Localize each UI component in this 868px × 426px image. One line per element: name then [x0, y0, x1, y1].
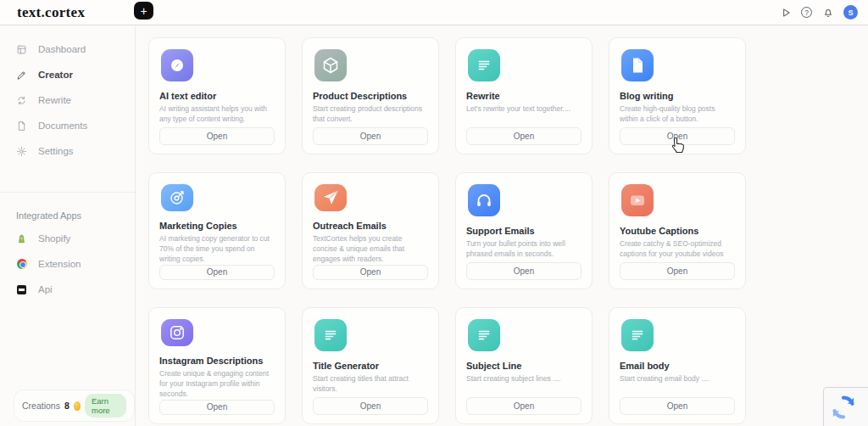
open-button[interactable]: Open — [313, 127, 428, 145]
sidebar-divider — [0, 192, 135, 193]
creations-label: Creations — [22, 401, 60, 411]
card-title: Marketing Copies — [159, 221, 275, 231]
sidebar-item-settings[interactable]: Settings — [0, 138, 135, 164]
sidebar-app-label: Api — [38, 284, 53, 294]
template-card: Youtube CaptionsCreate catchy & SEO-opti… — [609, 172, 746, 289]
card-title: Support Emails — [466, 226, 581, 236]
recaptcha-badge-icon[interactable] — [823, 387, 868, 426]
template-card: Blog writingCreate high-quality blog pos… — [609, 37, 746, 154]
coin-icon — [74, 401, 81, 411]
card-title: Subject Line — [466, 361, 581, 371]
headphones-icon — [468, 184, 500, 216]
open-button[interactable]: Open — [313, 265, 428, 280]
target-icon — [161, 184, 193, 211]
sidebar-item-label: Dashboard — [38, 44, 86, 54]
template-card: Marketing CopiesAI marketing copy genera… — [148, 172, 286, 289]
sidebar-item-rewrite[interactable]: Rewrite — [0, 87, 135, 113]
card-description: Start creating titles that attract visit… — [313, 374, 428, 395]
sidebar-app-label: Shopify — [38, 233, 70, 244]
open-button[interactable]: Open — [620, 262, 735, 280]
gear-icon — [16, 146, 27, 157]
sidebar-nav: DashboardCreatorRewriteDocumentsSettings — [0, 36, 135, 164]
creations-count: 8 — [64, 401, 70, 411]
document-page-icon — [621, 49, 654, 81]
dashboard-icon — [16, 44, 27, 55]
open-button[interactable]: Open — [159, 127, 275, 145]
document-icon — [16, 121, 27, 132]
sidebar: DashboardCreatorRewriteDocumentsSettings… — [0, 25, 136, 426]
template-card: AI text editorAI writing assistant helps… — [148, 37, 286, 154]
card-description: AI writing assistant helps you with any … — [159, 104, 275, 125]
card-title: Product Descriptions — [313, 91, 428, 101]
card-title: Email body — [620, 361, 735, 371]
open-button[interactable]: Open — [466, 397, 581, 415]
play-icon[interactable] — [779, 6, 792, 19]
chrome-icon — [16, 259, 27, 270]
open-button[interactable]: Open — [313, 397, 428, 415]
notifications-bell-icon[interactable] — [821, 6, 834, 19]
open-button[interactable]: Open — [159, 265, 275, 280]
card-title: AI text editor — [159, 91, 275, 101]
card-description: Create high-quality blog posts within a … — [620, 104, 735, 125]
card-title: Outreach Emails — [313, 221, 428, 231]
creations-counter: Creations 8 Earn more — [14, 390, 135, 422]
template-card: Support EmailsTurn your bullet points in… — [455, 172, 593, 289]
integrated-apps-label: Integrated Apps — [16, 210, 135, 221]
sidebar-item-label: Creator — [38, 70, 73, 80]
pen-circle-icon — [161, 49, 193, 81]
card-description: TextCortex helps you create concise & un… — [313, 234, 428, 265]
sidebar-app-shopify[interactable]: Shopify — [0, 226, 135, 251]
sidebar-item-label: Documents — [38, 121, 87, 131]
template-card: Title GeneratorStart creating titles tha… — [302, 307, 439, 424]
template-card: Product DescriptionsStart creating produ… — [302, 37, 439, 154]
sidebar-item-dashboard[interactable]: Dashboard — [0, 36, 135, 62]
open-button[interactable]: Open — [466, 262, 581, 280]
sidebar-app-label: Extension — [38, 259, 81, 269]
card-title: Title Generator — [313, 361, 428, 371]
help-icon[interactable]: ? — [801, 7, 812, 18]
cube-icon — [314, 49, 347, 81]
instagram-icon — [161, 319, 193, 346]
template-card: Outreach EmailsTextCortex helps you crea… — [302, 172, 439, 289]
card-title: Youtube Captions — [620, 226, 735, 236]
shopify-icon — [16, 233, 27, 244]
card-description: Turn your bullet points into well phrase… — [466, 239, 581, 260]
text-lines-icon — [621, 319, 654, 351]
template-card-grid: AI text editorAI writing assistant helps… — [148, 37, 868, 424]
text-lines-icon — [468, 319, 500, 351]
user-avatar[interactable]: S — [843, 5, 858, 20]
header-actions: ? S — [779, 5, 858, 20]
card-description: Create unique & engaging content for you… — [159, 369, 275, 400]
new-creation-button[interactable]: + — [134, 2, 153, 20]
open-button[interactable]: Open — [159, 400, 275, 415]
sidebar-app-api[interactable]: Api — [0, 277, 135, 302]
card-description: Start creating email body .... — [620, 374, 735, 384]
youtube-play-icon — [621, 184, 654, 216]
sidebar-app-extension[interactable]: Extension — [0, 251, 135, 277]
sidebar-item-creator[interactable]: Creator — [0, 62, 135, 87]
refresh-icon — [16, 95, 27, 106]
open-button[interactable]: Open — [620, 127, 735, 145]
template-card: Subject LineStart creating subject lines… — [455, 307, 593, 424]
card-description: Let's rewrite your text together.... — [466, 104, 581, 115]
open-button[interactable]: Open — [466, 127, 581, 145]
text-lines-icon — [468, 49, 500, 81]
integrated-apps-list: ShopifyExtensionApi — [0, 226, 135, 302]
card-description: Start creating subject lines .... — [466, 374, 581, 384]
card-description: Create catchy & SEO-optimized captions f… — [620, 239, 735, 260]
main-content: AI text editorAI writing assistant helps… — [136, 25, 868, 426]
sidebar-item-documents[interactable]: Documents — [0, 113, 135, 138]
paper-plane-icon — [314, 184, 347, 211]
sidebar-item-label: Settings — [38, 146, 74, 156]
app-logo: text.cortex — [17, 4, 85, 21]
sidebar-item-label: Rewrite — [38, 95, 71, 105]
template-card: Email bodyStart creating email body ....… — [609, 307, 746, 424]
text-lines-icon — [314, 319, 347, 351]
open-button[interactable]: Open — [620, 397, 735, 415]
top-bar: text.cortex + ? S — [0, 0, 868, 25]
card-description: AI marketing copy generator to cut 70% o… — [159, 234, 275, 265]
pencil-icon — [16, 70, 27, 81]
earn-more-badge[interactable]: Earn more — [85, 394, 126, 418]
card-title: Instagram Descriptions — [159, 356, 275, 366]
card-description: Start creating product descriptions that… — [313, 104, 428, 125]
